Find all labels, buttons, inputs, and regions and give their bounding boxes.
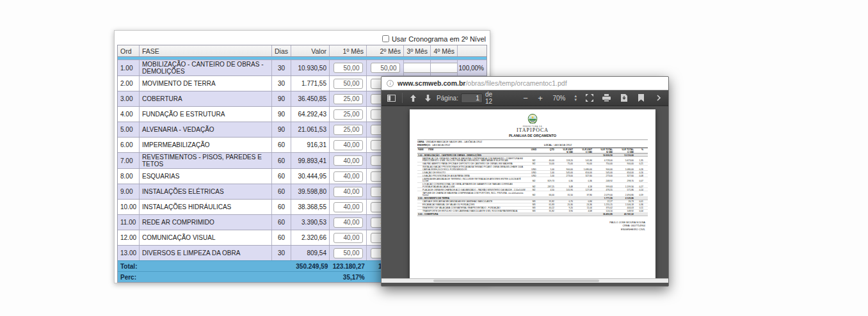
section-title: 3.00 - COBERTURA <box>417 213 528 216</box>
zoom-out-button[interactable]: − <box>519 92 531 104</box>
dias-cell: 60 <box>271 200 291 214</box>
m1-cell <box>329 215 366 230</box>
m1-cell <box>329 153 366 168</box>
item-vlr-unit-c: 1.080,00 <box>574 168 593 171</box>
m1-input[interactable] <box>334 202 363 212</box>
valor-cell: 38.368,55 <box>291 200 329 214</box>
document-title: PLANILHA DE ORÇAMENTO <box>417 134 648 138</box>
fase-cell: REVESTIMENTOS - PISOS, PAREDES E TETOS <box>139 153 271 168</box>
m1-input[interactable] <box>334 63 363 73</box>
item-vlr-total-s: 2.079,00 <box>593 194 613 196</box>
m3-cell <box>403 60 430 75</box>
m1-input[interactable] <box>334 171 363 182</box>
item-vlr-unit-s: 20,30 <box>555 203 574 206</box>
orcamento-table: FASEITEMUNIDQTDVLR UNITS/ DBIVLR UNITC/ … <box>417 148 648 216</box>
item-pct: 0,36 <box>634 203 644 206</box>
page-count-label: de 12 <box>485 91 501 105</box>
ord-cell: 4.00 <box>118 107 139 122</box>
item-vlr-unit-c: 141,84 <box>574 159 593 162</box>
item-vlr-unit-s: 105,90 <box>555 189 574 191</box>
page-info-icon[interactable]: i <box>387 80 394 87</box>
dias-cell: 60 <box>271 169 291 184</box>
fase-cell: DIVERSOS E LIMPEZA DA OBRA <box>139 246 271 260</box>
item-vlr-total-c: 1.506,18 <box>613 203 634 206</box>
item-vlr-unit-c: 37,80 <box>574 194 593 196</box>
column-header: 2º Mês <box>366 45 403 56</box>
presentation-mode-icon[interactable] <box>583 92 595 104</box>
item-vlr-unit-s: 9,20 <box>555 207 574 209</box>
valor-cell: 809,54 <box>291 246 329 260</box>
ord-cell: 6.00 <box>118 138 139 152</box>
sidebar-toggle-icon[interactable] <box>385 92 398 104</box>
item-desc: GALPÃO ABERTO PARA OFICINA E DEPÓSITO DE… <box>417 162 528 165</box>
address-bar[interactable]: i www.scmweb.com.br/obras/files/temp/orc… <box>382 77 668 90</box>
dias-cell: 30 <box>271 76 291 91</box>
toolbar-overflow-icon[interactable] <box>652 92 664 104</box>
scrollbar-thumb[interactable] <box>433 280 600 282</box>
download-icon[interactable] <box>618 92 630 104</box>
zoom-level-select[interactable]: 70% ▴▾ <box>549 92 581 104</box>
pdf-content-area: PREFEITURA DE ITAPIPOCA PLANILHA DE ORÇA… <box>382 106 668 283</box>
item-qtd: 66,00 <box>540 194 555 196</box>
item-unid: M3 <box>528 203 540 206</box>
m3-input[interactable] <box>403 63 430 73</box>
item-desc: INSTALA/LIGACAO PROVISORIA ELETRICA BAIX… <box>417 166 528 170</box>
horizontal-scrollbar[interactable] <box>382 278 668 283</box>
previous-page-icon[interactable] <box>407 92 419 104</box>
m1-cell <box>329 169 366 184</box>
section-title: 1.00 - MOBILIZAÇÃO - CANTEIRO DE OBRAS -… <box>417 154 528 157</box>
zoom-in-button[interactable]: + <box>534 92 546 104</box>
item-row: LOCACAO CONVENCIONAL DE OBRA, ATRAVES DE… <box>417 183 648 189</box>
valor-cell: 21.061,53 <box>291 122 329 137</box>
zoom-dropdown-icon: ▴▾ <box>574 94 577 102</box>
header-vlr: VLR UNITC/ DBI <box>574 148 593 153</box>
m1-input[interactable] <box>334 248 363 258</box>
m1-input[interactable] <box>334 140 363 150</box>
pdf-viewer-window: i www.scmweb.com.br/obras/files/temp/orc… <box>381 76 669 287</box>
item-vlr-total-s: 124,10 <box>593 210 613 212</box>
m1-input[interactable] <box>334 79 363 89</box>
item-unid: M2 <box>528 162 540 165</box>
print-icon[interactable] <box>600 92 613 104</box>
next-page-icon[interactable] <box>422 92 434 104</box>
m1-input[interactable] <box>334 233 363 243</box>
item-unid: M2 <box>528 159 540 162</box>
item-qtd: 1,00 <box>540 168 555 171</box>
endereco-value: LAGOA DA CRUZ <box>432 144 450 146</box>
item-pct: 0,04 <box>634 210 644 212</box>
item-pct: 0,14 <box>634 189 644 191</box>
column-header: Fase <box>139 45 271 56</box>
m1-input[interactable] <box>334 155 363 166</box>
bookmark-icon[interactable] <box>635 92 647 104</box>
column-header: 4º Mês <box>430 45 457 56</box>
item-unid: M3 <box>528 210 540 212</box>
usar-cronograma-checkbox[interactable] <box>382 35 389 42</box>
m2-input[interactable] <box>371 63 400 73</box>
toolbar-right-group <box>583 92 664 104</box>
column-header: Ord <box>118 45 139 56</box>
m4-input[interactable] <box>430 63 457 73</box>
pdf-page: PREFEITURA DE ITAPIPOCA PLANILHA DE ORÇA… <box>410 109 655 282</box>
url-host: www.scmweb.com.br <box>398 79 465 87</box>
item-vlr-unit-c: 127,08 <box>574 189 593 191</box>
item-vlr-unit-c: 4,18 <box>574 186 593 188</box>
m1-input[interactable] <box>334 94 363 104</box>
dias-cell: 90 <box>271 107 291 122</box>
m1-input[interactable] <box>334 217 363 228</box>
item-row: LIMPEZA MECANIZADA DE TERRENO, INCLUSIVE… <box>417 177 648 183</box>
item-vlr-total-s: 273,00 <box>593 175 613 177</box>
municipality-name: ITAPIPOCA <box>417 127 648 133</box>
item-pct: 0,16 <box>634 171 644 174</box>
endereco-label: ENDEREÇO: <box>417 144 431 146</box>
dias-cell: 90 <box>271 122 291 137</box>
m1-input[interactable] <box>334 109 363 120</box>
m1-input[interactable] <box>334 125 363 135</box>
valor-cell: 1.771,55 <box>291 76 329 91</box>
item-vlr-unit-c: 0,36 <box>574 180 593 182</box>
page-number-input[interactable] <box>461 93 483 103</box>
fase-cell: MOVIMENTO DE TERRA <box>139 76 271 91</box>
item-vlr-total-c: 444,03 <box>613 207 634 209</box>
dias-cell: 90 <box>271 91 291 106</box>
m1-input[interactable] <box>334 187 363 197</box>
valor-cell: 39.598,80 <box>291 184 329 199</box>
